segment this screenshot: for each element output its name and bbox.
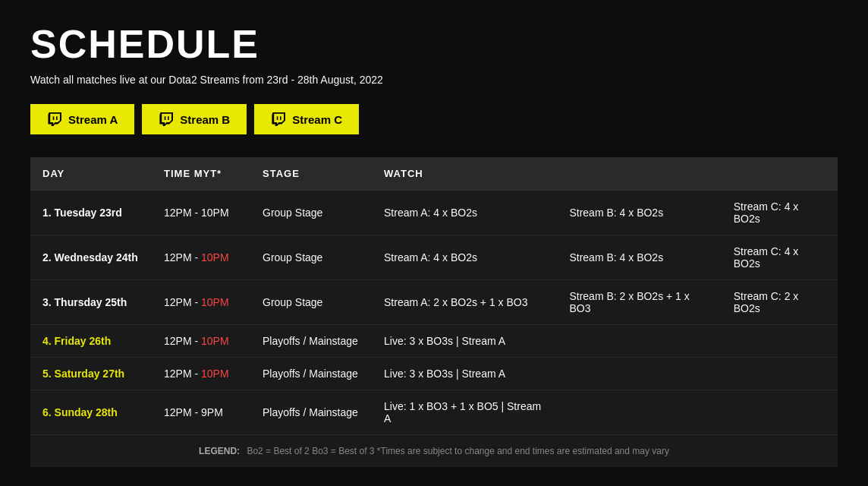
stream-c-button[interactable]: Stream C bbox=[254, 104, 359, 134]
cell-watch: Live: 3 x BO3s | Stream A bbox=[372, 325, 557, 358]
cell-stage: Group Stage bbox=[250, 280, 372, 325]
cell-time: 12PM - 10PM bbox=[152, 235, 250, 280]
table-row: 3. Thursday 25th12PM - 10PMGroup StageSt… bbox=[30, 280, 838, 325]
cell-day: 6. Sunday 28th bbox=[30, 390, 152, 435]
stream-b-label: Stream B bbox=[180, 113, 230, 126]
cell-watch: Stream A: 2 x BO2s + 1 x BO3 bbox=[372, 280, 557, 325]
cell-watch: Live: 3 x BO3s | Stream A bbox=[372, 358, 557, 390]
cell-time: 12PM - 10PM bbox=[152, 325, 250, 358]
table-row: 1. Tuesday 23rd12PM - 10PMGroup StageStr… bbox=[30, 191, 838, 235]
cell-stage: Group Stage bbox=[250, 235, 372, 280]
col-stage: STAGE bbox=[250, 157, 372, 191]
cell-day: 2. Wednesday 24th bbox=[30, 235, 152, 280]
cell-stage: Group Stage bbox=[250, 191, 372, 235]
cell-time: 12PM - 10PM bbox=[152, 280, 250, 325]
cell-watch-extra2: Stream C: 4 x BO2s bbox=[722, 235, 838, 280]
cell-watch: Stream A: 4 x BO2s bbox=[372, 191, 557, 235]
col-watch: WATCH bbox=[372, 157, 838, 191]
table-row: 2. Wednesday 24th12PM - 10PMGroup StageS… bbox=[30, 235, 838, 280]
cell-watch: Stream A: 4 x BO2s bbox=[372, 235, 557, 280]
cell-time: 12PM - 9PM bbox=[152, 390, 250, 435]
cell-stage: Playoffs / Mainstage bbox=[250, 358, 372, 390]
stream-c-label: Stream C bbox=[292, 113, 342, 126]
stream-a-button[interactable]: Stream A bbox=[30, 104, 134, 134]
stream-a-label: Stream A bbox=[68, 113, 118, 126]
cell-time: 12PM - 10PM bbox=[152, 191, 250, 235]
cell-watch-extra1: Stream B: 4 x BO2s bbox=[557, 191, 721, 235]
cell-day: 5. Saturday 27th bbox=[30, 358, 152, 390]
twitch-icon-c bbox=[271, 112, 286, 127]
cell-watch: Live: 1 x BO3 + 1 x BO5 | Stream A bbox=[372, 390, 557, 435]
legend-text: Bo2 = Best of 2 Bo3 = Best of 3 *Times a… bbox=[247, 446, 669, 456]
cell-stage: Playoffs / Mainstage bbox=[250, 325, 372, 358]
stream-b-button[interactable]: Stream B bbox=[142, 104, 247, 134]
table-row: 4. Friday 26th12PM - 10PMPlayoffs / Main… bbox=[30, 325, 838, 358]
col-day: DAY bbox=[30, 157, 152, 191]
table-row: 6. Sunday 28th12PM - 9PMPlayoffs / Mains… bbox=[30, 390, 838, 435]
stream-buttons-group: Stream A Stream B Stream C bbox=[30, 104, 838, 134]
twitch-icon-a bbox=[47, 112, 62, 127]
cell-day: 3. Thursday 25th bbox=[30, 280, 152, 325]
cell-watch-extra1: Stream B: 2 x BO2s + 1 x BO3 bbox=[557, 280, 721, 325]
cell-day: 4. Friday 26th bbox=[30, 325, 152, 358]
cell-watch-extra2: Stream C: 4 x BO2s bbox=[722, 191, 838, 235]
table-header-row: DAY TIME MYT* STAGE WATCH bbox=[30, 157, 838, 191]
cell-day: 1. Tuesday 23rd bbox=[30, 191, 152, 235]
cell-time: 12PM - 10PM bbox=[152, 358, 250, 390]
table-row: 5. Saturday 27th12PM - 10PMPlayoffs / Ma… bbox=[30, 358, 838, 390]
legend-row: LEGEND: Bo2 = Best of 2 Bo3 = Best of 3 … bbox=[30, 435, 838, 468]
legend-label: LEGEND: bbox=[199, 446, 240, 456]
cell-watch-extra1: Stream B: 4 x BO2s bbox=[557, 235, 721, 280]
schedule-table: DAY TIME MYT* STAGE WATCH 1. Tuesday 23r… bbox=[30, 157, 838, 467]
subtitle: Watch all matches live at our Dota2 Stre… bbox=[30, 74, 838, 86]
page-title: SCHEDULE bbox=[30, 23, 838, 66]
twitch-icon-b bbox=[159, 112, 174, 127]
col-time: TIME MYT* bbox=[152, 157, 250, 191]
cell-stage: Playoffs / Mainstage bbox=[250, 390, 372, 435]
cell-watch-extra2: Stream C: 2 x BO2s bbox=[722, 280, 838, 325]
